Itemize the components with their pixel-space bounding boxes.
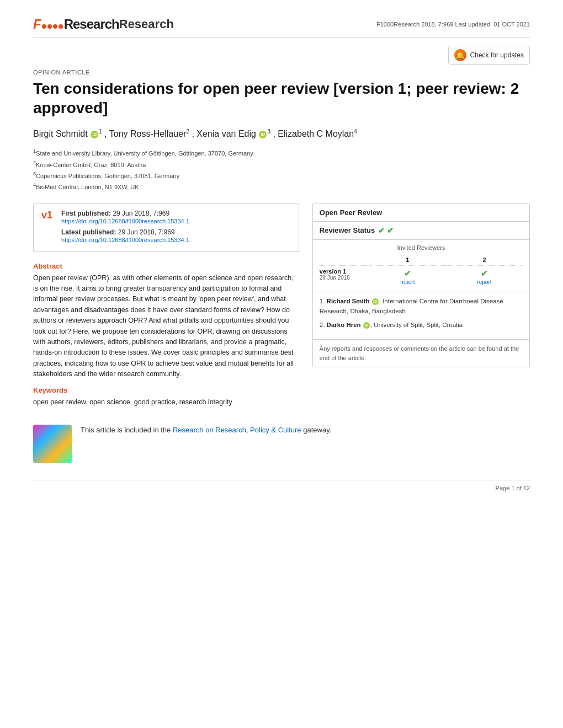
version-label: v1 xyxy=(41,210,52,221)
author-4: Elizabeth C Moylan4 xyxy=(278,129,357,138)
col-left: v1 First published: 29 Jun 2018, 7:969 h… xyxy=(33,204,299,408)
article-title: Ten considerations for open peer review … xyxy=(33,79,530,117)
latest-published-label: Latest published: xyxy=(61,228,116,236)
report-link-2[interactable]: report xyxy=(477,279,491,285)
latest-doi-link[interactable]: https://doi.org/10.12688/f1000research.1… xyxy=(61,237,189,243)
orcid-icon-1[interactable]: iD xyxy=(91,131,98,138)
reviewer-1-name: Richard Smith xyxy=(327,298,370,304)
reviewer-status-row: Reviewer Status ✔ ✔ xyxy=(313,222,529,240)
opr-header: Open Peer Review xyxy=(313,204,529,222)
keywords-section: Keywords open peer review, open science,… xyxy=(33,386,299,408)
version-1-label: version 129 Jun 2018 xyxy=(320,266,369,287)
gateway-text: This article is included in the Research… xyxy=(81,425,331,436)
gateway-link[interactable]: Research on Research, Policy & Culture xyxy=(173,426,301,434)
grid-header-empty xyxy=(320,254,369,266)
affiliations: 1State and University Library, Universit… xyxy=(33,147,530,192)
author-2: Tony Ross-Hellauer2 xyxy=(109,129,192,138)
reviewer-status-label: Reviewer Status xyxy=(320,226,375,234)
logo-area: FResearch Research xyxy=(33,17,174,32)
reviewer-item-1: 1. Richard Smith iD, International Centr… xyxy=(320,297,523,317)
abstract-title: Abstract xyxy=(33,262,299,270)
first-published-label: First published: xyxy=(61,210,111,217)
invited-reviewers-section: Invited Reviewers 1 2 version 129 Jun 20… xyxy=(313,240,529,292)
grid-header-1: 1 xyxy=(369,254,446,266)
latest-published-row: Latest published: 29 Jun 2018, 7:969 htt… xyxy=(61,228,189,244)
first-doi-link[interactable]: https://doi.org/10.12688/f1000research.1… xyxy=(61,218,189,224)
check-updates-icon: 🔔 xyxy=(454,49,466,61)
check-updates-badge[interactable]: 🔔 Check for updates xyxy=(448,46,530,65)
reviewer-status-checks: ✔ ✔ xyxy=(378,226,394,235)
version-1-col1: ✔ report xyxy=(369,266,446,287)
page-number: Page 1 of 12 xyxy=(496,485,530,491)
reviewer-item-2: 2. Darko Hren iD, University of Split, S… xyxy=(320,320,523,330)
first-published-date: 29 Jun 2018, 7:969 xyxy=(113,210,169,217)
affiliation-2: 2Know-Center GmbH, Graz, 8010, Austria xyxy=(33,159,530,170)
reviewer-list-section: 1. Richard Smith iD, International Centr… xyxy=(313,292,529,340)
orcid-icon-reviewer-2[interactable]: iD xyxy=(363,322,370,329)
authors-line: Birgit Schmidt iD1 , Tony Ross-Hellauer2… xyxy=(33,127,530,141)
page-footer: Page 1 of 12 xyxy=(33,480,530,491)
keywords-text: open peer review, open science, good pra… xyxy=(33,397,299,408)
latest-published-date: 29 Jun 2018, 7:969 xyxy=(118,228,175,236)
keywords-title: Keywords xyxy=(33,386,299,394)
opr-title: Open Peer Review xyxy=(320,208,382,217)
open-peer-review-box: Open Peer Review Reviewer Status ✔ ✔ Inv… xyxy=(312,204,530,367)
version-box: v1 First published: 29 Jun 2018, 7:969 h… xyxy=(33,204,299,252)
article-type: OPINION ARTICLE xyxy=(33,69,530,76)
two-col-layout: v1 First published: 29 Jun 2018, 7:969 h… xyxy=(33,204,530,408)
header-meta: F1000Research 2018, 7:969 Last updated: … xyxy=(376,21,530,28)
reviewer-grid: 1 2 version 129 Jun 2018 ✔ report ✔ repo xyxy=(320,254,523,287)
col-right: Open Peer Review Reviewer Status ✔ ✔ Inv… xyxy=(312,204,530,408)
reviewer-2-name: Darko Hren xyxy=(327,322,361,328)
gateway-text-after: gateway. xyxy=(303,426,331,434)
grid-header-2: 2 xyxy=(446,254,523,266)
affiliation-3: 3Copernicus Publications, Göttingen, 370… xyxy=(33,170,530,181)
author-3: Xenia van Edig iD3 xyxy=(196,129,273,138)
check-updates-area: 🔔 Check for updates xyxy=(33,46,530,65)
gateway-text-before: This article is included in the xyxy=(81,426,173,434)
orcid-icon-3[interactable]: iD xyxy=(259,131,267,138)
report-link-1[interactable]: report xyxy=(400,279,415,285)
footer-note: Any reports and responses or comments on… xyxy=(313,340,529,367)
abstract-section: Abstract Open peer review (OPR), as with… xyxy=(33,262,299,380)
gateway-section: This article is included in the Research… xyxy=(33,419,530,463)
first-published-row: First published: 29 Jun 2018, 7:969 http… xyxy=(61,210,189,225)
top-header: FResearch Research F1000Research 2018, 7… xyxy=(33,17,530,38)
affiliation-4: 4BioMed Central, London, N1 9XW, UK xyxy=(33,181,530,192)
check-updates-label: Check for updates xyxy=(470,51,524,59)
orcid-icon-reviewer-1[interactable]: iD xyxy=(372,298,379,305)
gateway-image xyxy=(33,425,72,463)
logo-f1000: FResearch xyxy=(33,17,119,32)
invited-title: Invited Reviewers xyxy=(320,244,523,251)
affiliation-1: 1State and University Library, Universit… xyxy=(33,147,530,158)
abstract-text: Open peer review (OPR), as with other el… xyxy=(33,273,299,380)
version-1-col2: ✔ report xyxy=(446,266,523,287)
logo-research: Research xyxy=(119,17,174,31)
author-1: Birgit Schmidt iD1 xyxy=(33,129,104,138)
